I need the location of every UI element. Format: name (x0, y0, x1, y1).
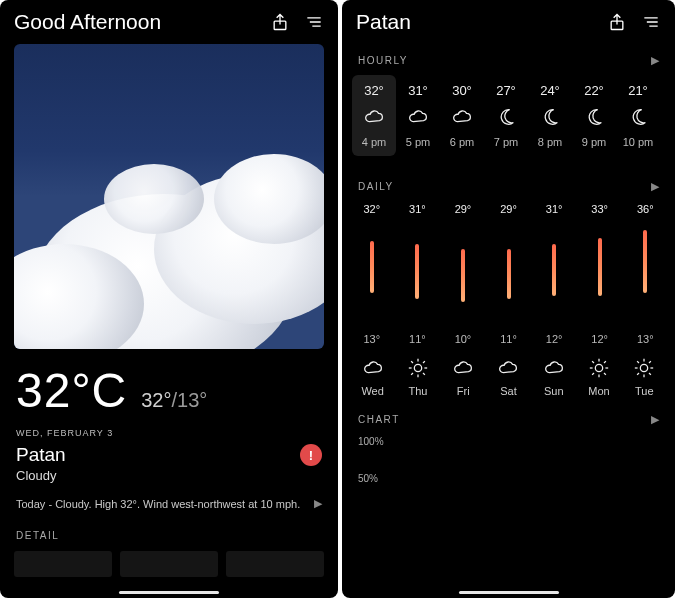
hour-temp: 32° (364, 83, 384, 98)
daily-temperature-bar (461, 249, 465, 301)
hourly-item[interactable]: 11 (660, 75, 675, 156)
chart-tick: 100% (358, 436, 659, 447)
hourly-item[interactable]: 22°9 pm (572, 75, 616, 156)
chart-label: CHART (358, 414, 400, 425)
detail-tile[interactable] (14, 551, 112, 577)
svg-line-13 (411, 361, 413, 363)
daily-high: 36° (637, 203, 654, 215)
share-icon[interactable] (270, 12, 290, 32)
condition-text: Cloudy (0, 466, 338, 491)
titlebar: Good Afternoon (0, 0, 338, 40)
hourly-label: HOURLY (358, 55, 408, 66)
chart-y-ticks: 100% 50% (342, 432, 675, 488)
temperature-row: 32°C 32°/13° (0, 357, 338, 418)
hour-label: 10 pm (623, 136, 654, 148)
menu-icon[interactable] (641, 12, 661, 32)
moon-icon (539, 108, 561, 126)
daily-low: 11° (500, 333, 517, 345)
detail-section-label: DETAIL (0, 516, 338, 547)
daily-high: 33° (591, 203, 608, 215)
svg-point-26 (641, 364, 648, 371)
daily-high: 31° (409, 203, 426, 215)
hourly-item[interactable]: 27°7 pm (484, 75, 528, 156)
hour-temp: 21° (628, 83, 648, 98)
daily-column[interactable]: 29°10° (441, 203, 485, 345)
daily-column[interactable]: 36°13° (623, 203, 667, 345)
today-summary-row[interactable]: Today - Cloudy. High 32°. Wind west-nort… (0, 491, 338, 516)
titlebar: Patan (342, 0, 675, 40)
chart-header[interactable]: CHART ▶ (342, 399, 675, 432)
daily-bar-wrap (598, 219, 602, 329)
svg-line-33 (637, 373, 639, 375)
sun-icon (588, 359, 610, 377)
daily-label: Sat (486, 385, 531, 397)
svg-line-22 (592, 361, 594, 363)
hourly-item[interactable]: 31°5 pm (396, 75, 440, 156)
moon-icon (495, 108, 517, 126)
daily-column[interactable]: 29°11° (487, 203, 531, 345)
daily-high: 29° (500, 203, 517, 215)
svg-line-15 (411, 373, 413, 375)
daily-column[interactable]: 31°11° (396, 203, 440, 345)
detail-tile[interactable] (120, 551, 218, 577)
daily-label: Tue (622, 385, 667, 397)
svg-point-8 (414, 364, 421, 371)
date-label: WED, FEBRUARY 3 (0, 418, 338, 440)
hour-label: 4 pm (362, 136, 386, 148)
home-indicator[interactable] (119, 591, 219, 594)
daily-header[interactable]: DAILY ▶ (342, 166, 675, 199)
daily-low: 12° (591, 333, 608, 345)
hourly-forecast[interactable]: 32°4 pm31°5 pm30°6 pm27°7 pm24°8 pm22°9 … (342, 73, 675, 166)
greeting: Good Afternoon (14, 10, 161, 34)
hour-label: 5 pm (406, 136, 430, 148)
daily-temperature-chart: 32°13°31°11°29°10°29°11°31°12°33°12°36°1… (342, 199, 675, 349)
home-indicator[interactable] (459, 591, 559, 594)
daily-bar-wrap (461, 219, 465, 329)
daily-bar-wrap (415, 219, 419, 329)
daily-label: Fri (441, 385, 486, 397)
chevron-right-icon: ▶ (651, 180, 659, 193)
overview-screen: Good Afternoon 32°C 32°/13° WED, FEBRUAR… (0, 0, 338, 598)
svg-line-34 (649, 361, 651, 363)
svg-line-16 (423, 361, 425, 363)
daily-icon-row (342, 349, 675, 379)
daily-low: 12° (546, 333, 563, 345)
alert-badge[interactable]: ! (300, 444, 322, 466)
hourly-item[interactable]: 21°10 pm (616, 75, 660, 156)
location-name: Patan (16, 444, 66, 466)
daily-low: 13° (637, 333, 654, 345)
daily-label: Mon (576, 385, 621, 397)
hour-temp: 31° (408, 83, 428, 98)
hourly-header[interactable]: HOURLY ▶ (342, 40, 675, 73)
daily-high: 29° (455, 203, 472, 215)
hourly-item[interactable]: 32°4 pm (352, 75, 396, 156)
detail-tile[interactable] (226, 551, 324, 577)
hour-label: 7 pm (494, 136, 518, 148)
svg-point-17 (595, 364, 602, 371)
cloud-icon (363, 108, 385, 126)
cloud-icon (543, 359, 565, 377)
daily-label: Thu (395, 385, 440, 397)
low-temp: 13° (177, 389, 207, 411)
daily-label-row: WedThuFriSatSunMonTue (342, 379, 675, 399)
daily-bar-wrap (507, 219, 511, 329)
chevron-right-icon: ▶ (651, 54, 659, 67)
svg-line-24 (592, 373, 594, 375)
daily-column[interactable]: 33°12° (578, 203, 622, 345)
menu-icon[interactable] (304, 12, 324, 32)
cloud-icon (451, 108, 473, 126)
hour-temp: 30° (452, 83, 472, 98)
share-icon[interactable] (607, 12, 627, 32)
svg-line-23 (604, 373, 606, 375)
daily-temperature-bar (598, 238, 602, 296)
hi-lo: 32°/13° (141, 389, 207, 412)
hourly-item[interactable]: 24°8 pm (528, 75, 572, 156)
today-summary: Today - Cloudy. High 32°. Wind west-nort… (16, 498, 300, 510)
daily-temperature-bar (415, 244, 419, 299)
daily-column[interactable]: 32°13° (350, 203, 394, 345)
daily-column[interactable]: 31°12° (532, 203, 576, 345)
hour-label: 6 pm (450, 136, 474, 148)
daily-label: DAILY (358, 181, 394, 192)
chevron-right-icon: ▶ (651, 413, 659, 426)
hourly-item[interactable]: 30°6 pm (440, 75, 484, 156)
